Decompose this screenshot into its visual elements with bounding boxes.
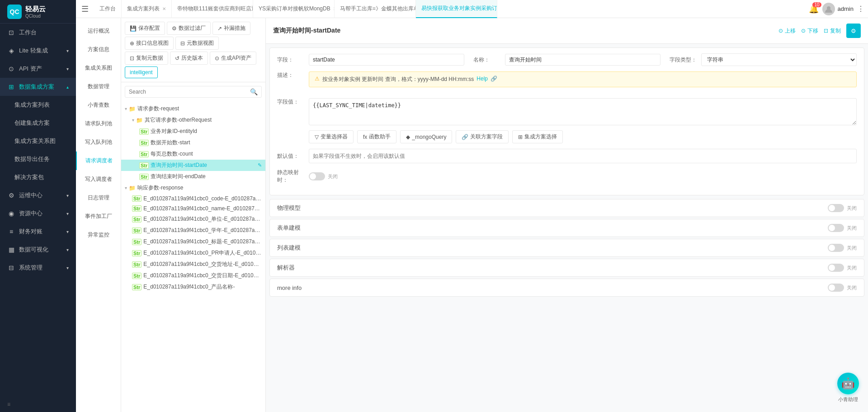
form-build-toggle[interactable] [828, 224, 844, 232]
field-input[interactable] [309, 54, 464, 66]
parser-toggle[interactable] [828, 264, 844, 272]
nav-run-overview[interactable]: 运行概况 [76, 22, 121, 40]
field-value-textarea[interactable]: {{LAST_SYNC_TIME|datetime}} [309, 98, 857, 125]
username: admin [838, 5, 854, 12]
tree-item-start-date[interactable]: Str 查询开始时间-startDate ✎ [121, 160, 265, 171]
copy-button[interactable]: ⊡ 复制 [824, 27, 841, 35]
notification-bell[interactable]: 🔔 10 [809, 4, 819, 14]
sidebar-bottom[interactable]: ≡ [0, 397, 76, 412]
interface-view-button[interactable]: ⊕ 接口信息视图 [125, 37, 174, 50]
function-helper-button[interactable]: fx 函数助手 [357, 130, 396, 143]
tree-item-pr1[interactable]: Str E_d010287a119a9f41cbc0_PR申请人-E_d0102… [121, 247, 265, 259]
filter-icon: ⚙ [172, 25, 177, 32]
nav-exception-monitor[interactable]: 异常监控 [76, 226, 121, 244]
physical-model-toggle[interactable] [828, 204, 844, 212]
tab-label: 马帮手工出库=》金蝶其他出库单 [340, 5, 416, 13]
sidebar-item-data-export[interactable]: 数据导出任务 [0, 150, 76, 168]
desc-label: 描述： [277, 71, 309, 79]
tree-item-label: 其它请求参数-otherRequest [145, 116, 262, 124]
tree-item-start[interactable]: Str 数据开始数-start [121, 137, 265, 148]
sidebar-item-sys-mgmt[interactable]: ⊟ 系统管理 ▾ [0, 259, 76, 277]
tab-3[interactable]: 帝特物联111账套供应商到旺店通 ✕ [172, 0, 253, 18]
settings-gear-button[interactable]: ⚙ [846, 24, 861, 38]
mongo-query-button[interactable]: ◆ _mongoQuery [400, 130, 452, 143]
logo-text: 轻易云 QCloud [25, 5, 46, 19]
user-info[interactable]: admin [822, 3, 854, 15]
more-info-toggle[interactable] [828, 284, 844, 292]
search-icon[interactable]: 🔍 [250, 88, 258, 95]
intelligent-button[interactable]: intelligent [125, 66, 158, 78]
tree-item-code1[interactable]: Str E_d010287a119a9f41cbc0_code-E_d01028… [121, 194, 265, 204]
nav-event-factory[interactable]: 事件加工厂 [76, 207, 121, 226]
sidebar-item-solution-package[interactable]: 解决方案包 [0, 168, 76, 186]
sidebar-item-create-integration[interactable]: 创建集成方案 [0, 114, 76, 132]
nav-write-scheduler[interactable]: 写入调度者 [76, 170, 121, 189]
sidebar-item-ops[interactable]: ⚙ 运维中心 ▾ [0, 186, 76, 204]
tab-5[interactable]: 马帮手工出库=》金蝶其他出库单 ✕ [335, 0, 416, 18]
sidebar-item-finance[interactable]: ≡ 财务对账 ▾ [0, 223, 76, 241]
tree-item-product1[interactable]: Str E_d010287a119a9f41cbc0_产品名称- [121, 281, 265, 293]
nav-integration-map[interactable]: 集成关系图 [76, 59, 121, 77]
history-icon: ↺ [175, 55, 179, 62]
static-map-row: 静态映射时： 关闭 [277, 169, 857, 184]
sidebar-item-lite[interactable]: ◈ Lite 轻集成 ▾ [0, 42, 76, 60]
up-button[interactable]: ⊙ 上移 [778, 27, 796, 35]
tree-item-end-date[interactable]: Str 查询结束时间-endDate [121, 171, 265, 182]
save-config-button[interactable]: 💾 保存配置 [125, 22, 165, 35]
tree-item-year1[interactable]: Str E_d010287a119a9f41cbc0_学年-E_d010287a… [121, 225, 265, 236]
tab-workspace[interactable]: 工作台 [94, 0, 122, 18]
tab-close-icon[interactable]: ✕ [162, 6, 166, 11]
sidebar-item-integration-relations[interactable]: 集成方案关系图 [0, 132, 76, 150]
tree-item-entity-id[interactable]: Str 业务对象ID-entityId [121, 126, 265, 137]
nav-write-queue[interactable]: 写入队列池 [76, 133, 121, 152]
nav-request-scheduler[interactable]: 请求调度者 [76, 152, 121, 170]
tree-item-count[interactable]: Str 每页总数数-count [121, 148, 265, 160]
supplement-button[interactable]: ↗ 补漏措施 [212, 22, 250, 35]
tree-item-name1[interactable]: Str E_d010287a119a9f41cbc0_name-E_d01028… [121, 204, 265, 213]
nav-xiao-query[interactable]: 小青查数 [76, 96, 121, 114]
hamburger-icon[interactable]: ☰ [80, 2, 90, 16]
collect-select-button[interactable]: ⊞ 集成方案选择 [512, 130, 563, 143]
tree-item-addr1[interactable]: Str E_d010287a119a9f41cbc0_交货地址-E_d01028… [121, 259, 265, 270]
tree-item-response[interactable]: ▾ 📁 响应参数-response [121, 182, 265, 194]
logo-subtitle: QCloud [25, 14, 46, 19]
copy-data-button[interactable]: ⊡ 复制元数据 [125, 52, 168, 65]
tree-item-request-params[interactable]: ▾ 📁 请求参数-request [121, 103, 265, 114]
data-filter-button[interactable]: ⚙ 数据过滤厂 [167, 22, 211, 35]
nav-request-queue[interactable]: 请求队列池 [76, 114, 121, 133]
variable-selector-button[interactable]: ▽ 变量选择器 [309, 130, 354, 143]
down-label: 下移 [807, 27, 818, 35]
tab-integration-list[interactable]: 集成方案列表 ✕ [122, 0, 172, 18]
tree-item-unit1[interactable]: Str E_d010287a119a9f41cbc0_单位-E_d010287a… [121, 213, 265, 225]
search-input[interactable] [129, 89, 250, 95]
assistant-avatar[interactable]: 🤖 [837, 373, 859, 394]
tree-item-date1[interactable]: Str E_d010287a119a9f41cbc0_交货日期-E_d01028… [121, 270, 265, 281]
default-input[interactable] [309, 149, 857, 163]
type-select[interactable]: 字符串 [701, 53, 857, 66]
sidebar-item-resource[interactable]: ◉ 资源中心 ▾ [0, 204, 76, 223]
sidebar-item-label: 集成方案关系图 [14, 137, 56, 145]
more-icon[interactable]: ⋮ [857, 5, 864, 13]
static-map-toggle[interactable] [309, 172, 325, 180]
sidebar-item-integration-list[interactable]: 集成方案列表 [0, 96, 76, 114]
sidebar-item-label: 系统管理 [19, 264, 42, 272]
tree-item-title1[interactable]: Str E_d010287a119a9f41cbc0_标题-E_d010287a… [121, 236, 265, 247]
sidebar-item-data-integration[interactable]: ⊞ 数据集成方案 ▴ [0, 78, 76, 96]
nav-log-mgmt[interactable]: 日志管理 [76, 189, 121, 207]
nav-data-mgmt[interactable]: 数据管理 [76, 77, 121, 96]
tab-6[interactable]: 易快报获取业务对象实例采购订单帐表 ○ ✕ [416, 0, 497, 18]
sidebar-item-data-viz[interactable]: ▦ 数据可视化 ▾ [0, 241, 76, 259]
nav-solution-info[interactable]: 方案信息 [76, 40, 121, 59]
list-build-toggle[interactable] [828, 244, 844, 252]
name-input[interactable] [505, 54, 660, 66]
meta-view-button[interactable]: ⊟ 元数据视图 [175, 37, 219, 50]
tree-item-other-request[interactable]: ▾ 📁 其它请求参数-otherRequest [121, 114, 265, 126]
help-link[interactable]: Help [476, 76, 488, 82]
sidebar-item-workspace[interactable]: ⊡ 工作台 [0, 24, 76, 42]
sidebar-item-api[interactable]: ⊙ API 资产 ▾ [0, 60, 76, 78]
down-button[interactable]: ⊙ 下移 [801, 27, 818, 35]
relate-field-button[interactable]: 🔗 关联方案字段 [456, 130, 509, 143]
tab-4[interactable]: YS采购订单对接帆软MongDB ✕ [253, 0, 335, 18]
generate-api-button[interactable]: ⊙ 生成API资产 [210, 52, 256, 65]
history-button[interactable]: ↺ 历史版本 [170, 52, 208, 65]
